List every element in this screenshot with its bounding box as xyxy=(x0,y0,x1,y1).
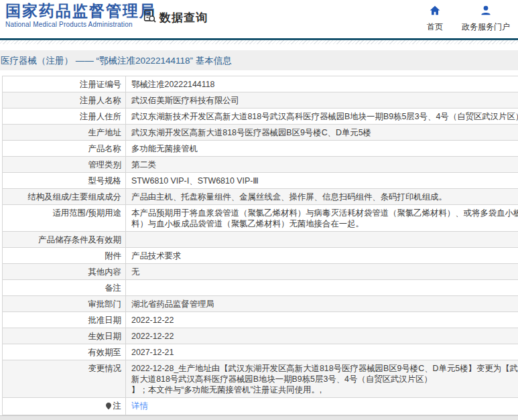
table-row: 附件 产品技术要求 xyxy=(3,248,518,264)
row-label: 管理类别 xyxy=(88,159,121,170)
row-label: 结构及组成/主要组成成分 xyxy=(27,192,121,202)
row-label-cell: 注 xyxy=(3,398,126,415)
table-row: 注册人住所 武汉东湖新技术开发区高新大道818号武汉高科医疗器械园B地块一期B9… xyxy=(3,109,518,125)
page-title: 医疗器械（注册） —— “鄂械注准20222144118” 基本信息 xyxy=(1,56,232,66)
row-value xyxy=(126,232,518,247)
nav-home-label: 首页 xyxy=(427,21,443,33)
row-label: 注册人住所 xyxy=(80,111,121,122)
row-label: 生产地址 xyxy=(88,127,121,138)
row-label-cell: 注册人住所 xyxy=(3,109,126,124)
logo-title: 国家药品监督管理局 xyxy=(5,1,156,21)
row-label: 适用范围/预期用途 xyxy=(52,208,121,218)
row-label: 批准日期 xyxy=(88,315,121,326)
row-label-cell: 批准日期 xyxy=(3,312,126,328)
table-row: 产品名称 多功能无菌接管机 xyxy=(3,141,518,157)
table-row: 产品储存条件及有效期 xyxy=(3,232,518,248)
row-label-cell: 注册证编号 xyxy=(3,76,126,92)
row-label-cell: 产品名称 xyxy=(3,141,126,156)
row-label-cell: 型号规格 xyxy=(3,173,126,188)
data-query-section[interactable]: 数据查询 xyxy=(142,9,208,26)
row-value: 湖北省药品监督管理局 xyxy=(126,296,518,311)
row-label: 审批部门 xyxy=(88,299,121,309)
row-label-cell: 结构及组成/主要组成成分 xyxy=(3,189,126,204)
title-bar: 医疗器械（注册） —— “鄂械注准20222144118” 基本信息 xyxy=(0,50,518,70)
table-row: 生产地址 武汉东湖开发区高新大道818号医疗器械园B区9号楼C、D单元5楼 xyxy=(3,125,518,141)
table-row: 注册证编号 鄂械注准20222144118 xyxy=(3,76,518,92)
home-icon xyxy=(430,5,440,18)
row-value: 详情 xyxy=(126,398,518,415)
table-row: 注册人名称 武汉佰美斯医疗科技有限公司 xyxy=(3,92,518,109)
table-row: 型号规格 STW6810 VIP-Ⅰ、STW6810 VIP-Ⅲ xyxy=(3,173,518,189)
note-pin-icon xyxy=(105,402,112,413)
row-label-cell: 其他内容 xyxy=(3,264,126,279)
row-label-cell: 生效日期 xyxy=(3,328,126,344)
spacer xyxy=(0,44,518,50)
info-table: 注册证编号 鄂械注准20222144118 注册人名称 武汉佰美斯医疗科技有限公… xyxy=(2,76,518,415)
row-label-cell: 有效期至 xyxy=(3,344,126,360)
row-label-cell: 变更情况 xyxy=(3,360,126,397)
row-label: 注册人名称 xyxy=(80,95,121,106)
table-row: 管理类别 第二类 xyxy=(3,157,518,173)
row-label-cell: 产品储存条件及有效期 xyxy=(3,232,126,247)
user-icon xyxy=(480,5,491,18)
row-label: 附件 xyxy=(105,251,121,261)
row-value: 产品由主机、托盘称量组件、金属丝线盒、操作屏、信息扫码组件、条码打印机组成。 xyxy=(126,189,518,204)
row-label: 生效日期 xyxy=(88,331,121,342)
row-label: 注 xyxy=(113,401,121,411)
spacer xyxy=(0,70,518,76)
row-value: 2022-12-28_生产地址由【武汉东湖开发区高新大道818号医疗器械园B区9… xyxy=(126,360,518,397)
row-label: 产品名称 xyxy=(88,143,121,154)
row-value xyxy=(126,280,518,295)
row-value: 2022-12-22 xyxy=(126,312,518,328)
data-query-label: 数据查询 xyxy=(159,10,208,25)
logo-subtitle: National Medical Products Administration xyxy=(5,21,156,28)
row-label-cell: 备注 xyxy=(3,280,126,295)
row-label: 备注 xyxy=(105,283,121,293)
row-value: 鄂械注准20222144118 xyxy=(126,76,518,92)
row-value: 武汉东湖新技术开发区高新大道818号武汉高科医疗器械园B地块一期B9栋5层3号、… xyxy=(126,109,518,124)
table-row: 生效日期 2022-12-22 xyxy=(3,328,518,344)
top-nav: 首页 政务服务门户 xyxy=(427,5,510,33)
row-value: 武汉佰美斯医疗科技有限公司 xyxy=(126,92,518,108)
row-value: 2022-12-22 xyxy=(126,328,518,344)
row-label: 其他内容 xyxy=(88,267,121,277)
row-label-cell: 适用范围/预期用途 xyxy=(3,205,126,231)
row-label-cell: 审批部门 xyxy=(3,296,126,311)
document-search-icon xyxy=(142,9,157,26)
table-row: 注 详情 xyxy=(3,398,518,415)
row-value: 多功能无菌接管机 xyxy=(126,141,518,156)
row-value: 无 xyxy=(126,264,518,279)
site-header: 国家药品监督管理局 National Medical Products Admi… xyxy=(0,0,518,38)
row-label-cell: 管理类别 xyxy=(3,157,126,172)
nav-gov-portal-label: 政务服务门户 xyxy=(462,21,510,33)
row-label: 有效期至 xyxy=(88,347,121,358)
table-row: 结构及组成/主要组成成分 产品由主机、托盘称量组件、金属丝线盒、操作屏、信息扫码… xyxy=(3,189,518,205)
detail-link[interactable]: 详情 xyxy=(131,401,148,411)
table-row: 适用范围/预期用途 本产品预期用于将血浆袋管道（聚氯乙烯材料）与病毒灭活耗材袋管… xyxy=(3,205,518,232)
row-label: 产品储存条件及有效期 xyxy=(38,234,121,245)
row-label: 型号规格 xyxy=(88,176,121,186)
nav-home[interactable]: 首页 xyxy=(427,5,443,33)
nmpa-logo: 国家药品监督管理局 National Medical Products Admi… xyxy=(5,1,156,28)
bottom-strip xyxy=(0,415,518,420)
row-value: 第二类 xyxy=(126,157,518,172)
table-row: 审批部门 湖北省药品监督管理局 xyxy=(3,296,518,312)
row-value: 本产品预期用于将血浆袋管道（聚氯乙烯材料）与病毒灭活耗材袋管道（聚氯乙烯材料）、… xyxy=(126,205,518,231)
table-row: 有效期至 2027-12-21 xyxy=(3,344,518,360)
row-label: 变更情况 xyxy=(88,363,121,374)
row-value: 产品技术要求 xyxy=(126,248,518,263)
row-value: STW6810 VIP-Ⅰ、STW6810 VIP-Ⅲ xyxy=(126,173,518,188)
nav-gov-portal[interactable]: 政务服务门户 xyxy=(462,5,510,33)
table-row: 批准日期 2022-12-22 xyxy=(3,312,518,328)
table-row: 备注 xyxy=(3,280,518,296)
row-label-cell: 附件 xyxy=(3,248,126,263)
row-label-cell: 注册人名称 xyxy=(3,92,126,108)
row-label-cell: 生产地址 xyxy=(3,125,126,140)
row-value: 2027-12-21 xyxy=(126,344,518,360)
row-label: 注册证编号 xyxy=(80,79,121,90)
table-row: 变更情况 2022-12-28_生产地址由【武汉东湖开发区高新大道818号医疗器… xyxy=(3,360,518,398)
table-row: 其他内容 无 xyxy=(3,264,518,280)
row-value: 武汉东湖开发区高新大道818号医疗器械园B区9号楼C、D单元5楼 xyxy=(126,125,518,140)
